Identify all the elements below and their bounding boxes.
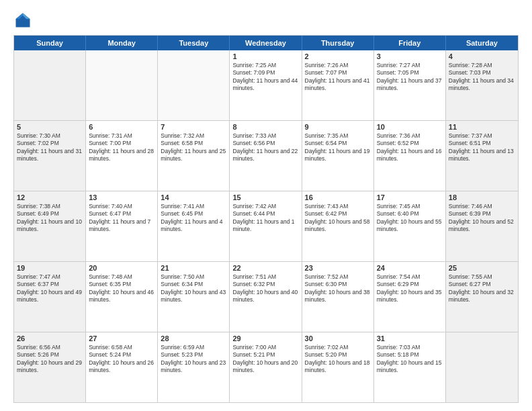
calendar-cell: 25Sunrise: 7:55 AMSunset: 6:27 PMDayligh… [446,262,518,332]
calendar-body: 1Sunrise: 7:25 AMSunset: 7:09 PMDaylight… [14,50,518,402]
cell-info: Sunrise: 7:27 AMSunset: 7:05 PMDaylight:… [377,62,443,93]
calendar-cell: 14Sunrise: 7:41 AMSunset: 6:45 PMDayligh… [158,191,230,261]
day-number: 5 [17,123,83,131]
day-number: 29 [232,334,298,342]
cell-info: Sunrise: 7:31 AMSunset: 7:00 PMDaylight:… [89,132,154,163]
day-number: 19 [17,264,83,272]
calendar-row-3: 19Sunrise: 7:47 AMSunset: 6:37 PMDayligh… [14,262,518,332]
day-number: 20 [89,264,154,272]
calendar-cell: 15Sunrise: 7:42 AMSunset: 6:44 PMDayligh… [230,191,302,261]
day-header-tuesday: Tuesday [158,36,230,50]
calendar-cell: 3Sunrise: 7:27 AMSunset: 7:05 PMDaylight… [374,50,446,120]
day-number: 22 [232,264,298,272]
calendar-cell: 5Sunrise: 7:30 AMSunset: 7:02 PMDaylight… [14,121,86,191]
cell-info: Sunrise: 7:48 AMSunset: 6:35 PMDaylight:… [89,273,154,304]
calendar-cell: 31Sunrise: 7:03 AMSunset: 5:18 PMDayligh… [374,332,446,402]
calendar-cell: 22Sunrise: 7:51 AMSunset: 6:32 PMDayligh… [230,262,302,332]
calendar-cell: 2Sunrise: 7:26 AMSunset: 7:07 PMDaylight… [302,50,374,120]
cell-info: Sunrise: 7:00 AMSunset: 5:21 PMDaylight:… [232,344,298,375]
cell-info: Sunrise: 7:35 AMSunset: 6:54 PMDaylight:… [305,132,371,163]
day-number: 7 [161,123,226,131]
cell-info: Sunrise: 7:03 AMSunset: 5:18 PMDaylight:… [377,344,443,375]
cell-info: Sunrise: 7:42 AMSunset: 6:44 PMDaylight:… [232,203,298,234]
cell-info: Sunrise: 7:43 AMSunset: 6:42 PMDaylight:… [305,203,371,234]
cell-info: Sunrise: 7:02 AMSunset: 5:20 PMDaylight:… [305,344,371,375]
calendar-cell: 12Sunrise: 7:38 AMSunset: 6:49 PMDayligh… [14,191,86,261]
calendar-cell: 19Sunrise: 7:47 AMSunset: 6:37 PMDayligh… [14,262,86,332]
cell-info: Sunrise: 7:38 AMSunset: 6:49 PMDaylight:… [17,203,83,234]
day-number: 14 [161,193,226,201]
cell-info: Sunrise: 7:55 AMSunset: 6:27 PMDaylight:… [449,273,515,304]
calendar-cell: 8Sunrise: 7:33 AMSunset: 6:56 PMDaylight… [230,121,302,191]
cell-info: Sunrise: 6:58 AMSunset: 5:24 PMDaylight:… [89,344,154,375]
cell-info: Sunrise: 7:45 AMSunset: 6:40 PMDaylight:… [377,203,443,234]
calendar-cell: 9Sunrise: 7:35 AMSunset: 6:54 PMDaylight… [302,121,374,191]
calendar-cell: 26Sunrise: 6:56 AMSunset: 5:26 PMDayligh… [14,332,86,402]
calendar-cell: 21Sunrise: 7:50 AMSunset: 6:34 PMDayligh… [158,262,230,332]
calendar-row-2: 12Sunrise: 7:38 AMSunset: 6:49 PMDayligh… [14,191,518,262]
calendar-cell: 30Sunrise: 7:02 AMSunset: 5:20 PMDayligh… [302,332,374,402]
calendar-cell: 6Sunrise: 7:31 AMSunset: 7:00 PMDaylight… [86,121,158,191]
cell-info: Sunrise: 7:28 AMSunset: 7:03 PMDaylight:… [449,62,515,93]
header [13,11,519,30]
cell-info: Sunrise: 7:37 AMSunset: 6:51 PMDaylight:… [449,132,515,163]
calendar-cell [446,332,518,402]
calendar-cell: 23Sunrise: 7:52 AMSunset: 6:30 PMDayligh… [302,262,374,332]
calendar-cell: 10Sunrise: 7:36 AMSunset: 6:52 PMDayligh… [374,121,446,191]
day-number: 26 [17,334,83,342]
calendar-cell: 24Sunrise: 7:54 AMSunset: 6:29 PMDayligh… [374,262,446,332]
day-number: 24 [377,264,443,272]
calendar-cell: 17Sunrise: 7:45 AMSunset: 6:40 PMDayligh… [374,191,446,261]
cell-info: Sunrise: 7:47 AMSunset: 6:37 PMDaylight:… [17,273,83,304]
day-number: 6 [89,123,154,131]
calendar: SundayMondayTuesdayWednesdayThursdayFrid… [13,35,519,403]
day-number: 12 [17,193,83,201]
day-number: 23 [305,264,371,272]
day-number: 30 [305,334,371,342]
calendar-cell [86,50,158,120]
day-number: 2 [305,52,371,60]
calendar-row-0: 1Sunrise: 7:25 AMSunset: 7:09 PMDaylight… [14,50,518,121]
day-number: 31 [377,334,443,342]
calendar-header: SundayMondayTuesdayWednesdayThursdayFrid… [14,36,518,50]
cell-info: Sunrise: 7:41 AMSunset: 6:45 PMDaylight:… [161,203,226,234]
cell-info: Sunrise: 7:36 AMSunset: 6:52 PMDaylight:… [377,132,443,163]
day-number: 25 [449,264,515,272]
calendar-cell [14,50,86,120]
calendar-cell: 13Sunrise: 7:40 AMSunset: 6:47 PMDayligh… [86,191,158,261]
page: SundayMondayTuesdayWednesdayThursdayFrid… [0,0,532,411]
cell-info: Sunrise: 7:51 AMSunset: 6:32 PMDaylight:… [232,273,298,304]
day-number: 4 [449,52,515,60]
day-header-thursday: Thursday [302,36,374,50]
day-number: 3 [377,52,443,60]
calendar-row-1: 5Sunrise: 7:30 AMSunset: 7:02 PMDaylight… [14,121,518,191]
calendar-cell: 7Sunrise: 7:32 AMSunset: 6:58 PMDaylight… [158,121,230,191]
day-number: 16 [305,193,371,201]
calendar-cell: 29Sunrise: 7:00 AMSunset: 5:21 PMDayligh… [230,332,302,402]
cell-info: Sunrise: 7:25 AMSunset: 7:09 PMDaylight:… [232,62,298,93]
calendar-cell: 16Sunrise: 7:43 AMSunset: 6:42 PMDayligh… [302,191,374,261]
day-number: 17 [377,193,443,201]
day-header-saturday: Saturday [446,36,518,50]
day-number: 21 [161,264,226,272]
day-number: 8 [232,123,298,131]
cell-info: Sunrise: 7:54 AMSunset: 6:29 PMDaylight:… [377,273,443,304]
day-number: 9 [305,123,371,131]
calendar-cell: 20Sunrise: 7:48 AMSunset: 6:35 PMDayligh… [86,262,158,332]
day-number: 1 [232,52,298,60]
day-number: 10 [377,123,443,131]
cell-info: Sunrise: 6:56 AMSunset: 5:26 PMDaylight:… [17,344,83,375]
day-header-sunday: Sunday [14,36,86,50]
calendar-cell: 1Sunrise: 7:25 AMSunset: 7:09 PMDaylight… [230,50,302,120]
logo-icon [13,11,32,30]
logo [13,11,35,30]
calendar-cell: 11Sunrise: 7:37 AMSunset: 6:51 PMDayligh… [446,121,518,191]
day-header-monday: Monday [86,36,158,50]
calendar-row-4: 26Sunrise: 6:56 AMSunset: 5:26 PMDayligh… [14,332,518,402]
calendar-cell: 27Sunrise: 6:58 AMSunset: 5:24 PMDayligh… [86,332,158,402]
calendar-cell: 4Sunrise: 7:28 AMSunset: 7:03 PMDaylight… [446,50,518,120]
day-header-wednesday: Wednesday [230,36,302,50]
calendar-cell: 18Sunrise: 7:46 AMSunset: 6:39 PMDayligh… [446,191,518,261]
cell-info: Sunrise: 7:40 AMSunset: 6:47 PMDaylight:… [89,203,154,234]
day-number: 18 [449,193,515,201]
